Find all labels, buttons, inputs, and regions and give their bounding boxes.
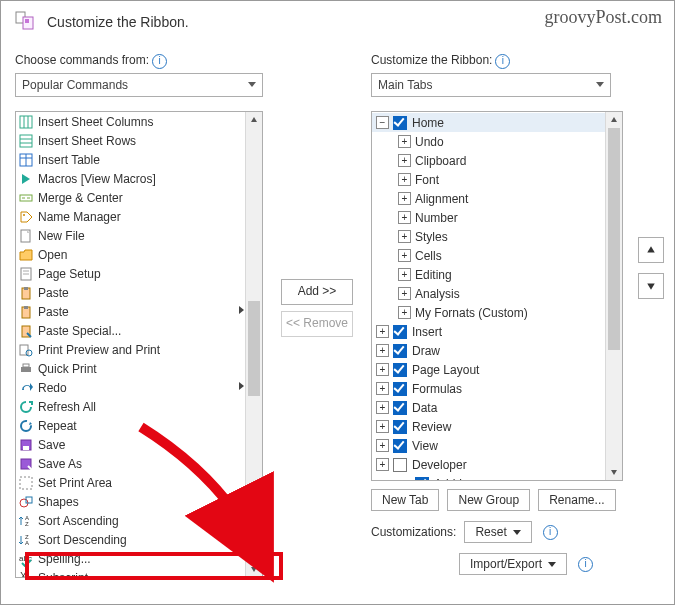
info-icon[interactable]: i [578, 557, 593, 572]
expand-toggle-icon[interactable]: + [398, 249, 411, 262]
info-icon[interactable]: i [543, 525, 558, 540]
checkbox[interactable] [393, 325, 407, 339]
info-icon[interactable]: i [152, 54, 167, 69]
commands-from-combo[interactable]: Popular Commands [15, 73, 263, 97]
expand-toggle-icon[interactable]: + [398, 173, 411, 186]
move-down-button[interactable] [638, 273, 664, 299]
checkbox[interactable] [393, 439, 407, 453]
tree-node[interactable]: +Editing [372, 265, 606, 284]
checkbox[interactable] [393, 401, 407, 415]
checkbox[interactable] [415, 477, 429, 481]
command-item[interactable]: Open [16, 245, 246, 264]
tree-node[interactable]: −Home [372, 113, 606, 132]
rename-button[interactable]: Rename... [538, 489, 615, 511]
expand-toggle-icon[interactable]: + [398, 192, 411, 205]
command-item[interactable]: Save [16, 435, 246, 454]
command-item[interactable]: AZSort Ascending [16, 511, 246, 530]
tree-node[interactable]: +View [372, 436, 606, 455]
command-item[interactable]: Paste [16, 302, 246, 321]
expand-toggle-icon[interactable]: − [376, 116, 389, 129]
tree-node[interactable]: +Clipboard [372, 151, 606, 170]
command-item[interactable]: Print Preview and Print [16, 340, 246, 359]
command-item[interactable]: Refresh All [16, 397, 246, 416]
command-item[interactable]: Paste [16, 283, 246, 302]
tree-node[interactable]: +My Fornats (Custom) [372, 303, 606, 322]
scrollbar[interactable] [245, 112, 262, 577]
tree-node[interactable]: +Draw [372, 341, 606, 360]
expand-toggle-icon[interactable]: + [398, 268, 411, 281]
command-item[interactable]: Paste Special... [16, 321, 246, 340]
checkbox[interactable] [393, 344, 407, 358]
tree-node[interactable]: +Insert [372, 322, 606, 341]
command-item[interactable]: Quick Print [16, 359, 246, 378]
tree-node[interactable]: +Formulas [372, 379, 606, 398]
expand-toggle-icon[interactable]: + [398, 154, 411, 167]
command-item[interactable]: Page Setup [16, 264, 246, 283]
ribbon-tree[interactable]: −Home+Undo+Clipboard+Font+Alignment+Numb… [371, 111, 623, 481]
command-item[interactable]: Shapes [16, 492, 246, 511]
scroll-up-icon[interactable] [606, 112, 622, 128]
command-item[interactable]: Insert Sheet Columns [16, 112, 246, 131]
tree-node[interactable]: +Data [372, 398, 606, 417]
tree-node[interactable]: +Cells [372, 246, 606, 265]
info-icon[interactable]: i [495, 54, 510, 69]
command-item[interactable]: X2Subscript [16, 568, 246, 577]
scroll-down-icon[interactable] [246, 561, 262, 577]
tree-node[interactable]: +Undo [372, 132, 606, 151]
tree-node[interactable]: +Review [372, 417, 606, 436]
checkbox[interactable] [393, 382, 407, 396]
expand-toggle-icon[interactable]: + [376, 439, 389, 452]
reset-button[interactable]: Reset [464, 521, 531, 543]
checkbox[interactable] [393, 363, 407, 377]
command-item[interactable]: Insert Table [16, 150, 246, 169]
tree-node[interactable]: +Number [372, 208, 606, 227]
add-button[interactable]: Add >> [281, 279, 353, 305]
tree-node[interactable]: Add-ins [372, 474, 606, 480]
command-item[interactable]: abcSpelling... [16, 549, 246, 568]
svg-rect-21 [24, 306, 28, 309]
expand-toggle-icon[interactable]: + [376, 420, 389, 433]
command-item[interactable]: Insert Sheet Rows [16, 131, 246, 150]
tree-node[interactable]: +Font [372, 170, 606, 189]
scroll-up-icon[interactable] [246, 112, 262, 128]
expand-toggle-icon[interactable]: + [376, 363, 389, 376]
expand-toggle-icon[interactable]: + [376, 325, 389, 338]
expand-toggle-icon[interactable]: + [376, 401, 389, 414]
move-up-button[interactable] [638, 237, 664, 263]
tree-node[interactable]: +Styles [372, 227, 606, 246]
checkbox[interactable] [393, 116, 407, 130]
ribbon-tabs-combo[interactable]: Main Tabs [371, 73, 611, 97]
command-item[interactable]: Redo [16, 378, 246, 397]
expand-toggle-icon[interactable]: + [398, 287, 411, 300]
new-tab-button[interactable]: New Tab [371, 489, 439, 511]
new-group-button[interactable]: New Group [447, 489, 530, 511]
expand-toggle-icon[interactable]: + [376, 344, 389, 357]
expand-toggle-icon[interactable]: + [398, 306, 411, 319]
command-item[interactable]: Name Manager [16, 207, 246, 226]
command-item[interactable]: Set Print Area [16, 473, 246, 492]
checkbox[interactable] [393, 458, 407, 472]
svg-rect-29 [23, 446, 29, 450]
expand-toggle-icon[interactable]: + [398, 230, 411, 243]
import-export-button[interactable]: Import/Export [459, 553, 567, 575]
scroll-down-icon[interactable] [606, 464, 622, 480]
expand-toggle-icon[interactable]: + [376, 458, 389, 471]
expand-toggle-icon[interactable]: + [398, 211, 411, 224]
tree-node[interactable]: +Analysis [372, 284, 606, 303]
tree-node[interactable]: +Page Layout [372, 360, 606, 379]
expand-toggle-icon[interactable]: + [376, 382, 389, 395]
newfile-icon [18, 228, 34, 244]
command-item[interactable]: Macros [View Macros] [16, 169, 246, 188]
command-item[interactable]: Repeat [16, 416, 246, 435]
tree-node[interactable]: +Alignment [372, 189, 606, 208]
command-item[interactable]: ZASort Descending [16, 530, 246, 549]
tree-node[interactable]: +Developer [372, 455, 606, 474]
commands-listbox[interactable]: Insert Sheet ColumnsInsert Sheet RowsIns… [15, 111, 263, 578]
command-item[interactable]: Merge & Center [16, 188, 246, 207]
expand-toggle-icon[interactable]: + [398, 135, 411, 148]
svg-rect-25 [21, 367, 31, 372]
command-item[interactable]: Save As [16, 454, 246, 473]
command-item[interactable]: New File [16, 226, 246, 245]
scrollbar[interactable] [605, 112, 622, 480]
checkbox[interactable] [393, 420, 407, 434]
